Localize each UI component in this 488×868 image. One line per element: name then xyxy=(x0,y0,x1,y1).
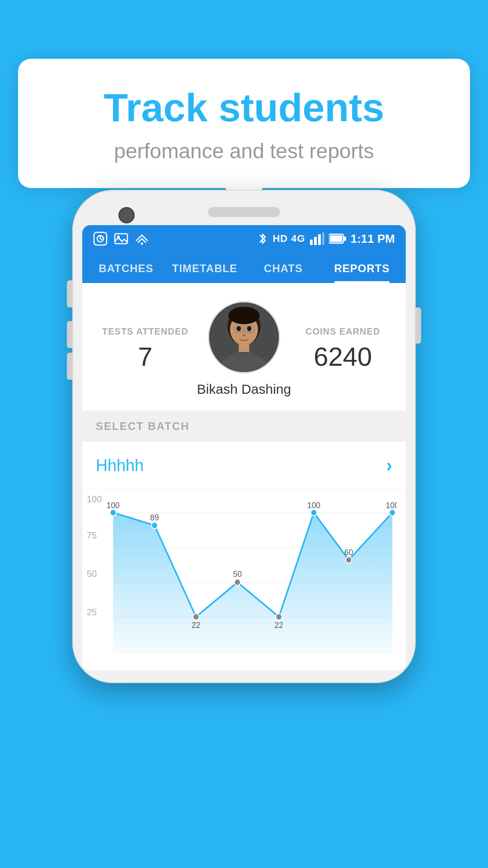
tab-reports[interactable]: REPORTS xyxy=(323,252,401,283)
status-right: HD 4G 1:11 PM xyxy=(257,231,395,246)
avatar xyxy=(208,301,280,373)
tab-batches[interactable]: BATCHES xyxy=(87,252,165,283)
y-label-50: 50 xyxy=(87,569,97,579)
svg-point-17 xyxy=(228,307,259,325)
coins-earned-label: COINS EARNED xyxy=(293,326,392,337)
chart-section: 100 75 50 25 xyxy=(82,490,406,670)
signal-icon xyxy=(310,232,324,245)
nav-tabs: BATCHES TIMETABLE CHATS REPORTS xyxy=(82,252,406,283)
svg-point-19 xyxy=(247,326,252,331)
phone-top-bar xyxy=(82,203,406,225)
speaker xyxy=(208,207,280,217)
svg-point-23 xyxy=(242,334,246,336)
svg-rect-10 xyxy=(322,232,324,245)
svg-rect-24 xyxy=(239,343,249,352)
status-icon-3 xyxy=(135,231,149,246)
tests-attended-label: TESTS ATTENDED xyxy=(96,326,195,337)
battery-icon xyxy=(329,233,346,245)
y-label-100: 100 xyxy=(87,494,102,505)
tests-attended-value: 7 xyxy=(96,341,195,372)
chart-point-4 xyxy=(276,613,282,620)
chevron-right-icon: › xyxy=(386,455,392,476)
chart-svg: 100 89 22 50 22 100 60 100 xyxy=(91,499,397,666)
phone-mockup: HD 4G 1:11 PM xyxy=(72,190,416,683)
svg-rect-7 xyxy=(310,240,313,245)
coins-earned-value: 6240 xyxy=(293,341,392,372)
coins-earned-block: COINS EARNED 6240 xyxy=(293,326,392,372)
chart-label-1: 89 xyxy=(150,513,159,523)
status-bar: HD 4G 1:11 PM xyxy=(82,225,406,252)
status-left-icons xyxy=(93,231,149,246)
status-icon-2 xyxy=(114,231,128,246)
tab-timetable[interactable]: TIMETABLE xyxy=(165,252,244,283)
chart-label-5: 100 xyxy=(307,500,320,510)
svg-rect-13 xyxy=(344,236,346,241)
y-label-75: 75 xyxy=(87,530,97,541)
chart-label-3: 50 xyxy=(233,569,242,579)
student-name: Bikash Dashing xyxy=(197,382,291,397)
chart-label-6: 60 xyxy=(344,548,353,557)
tests-attended-block: TESTS ATTENDED 7 xyxy=(96,326,195,372)
front-camera xyxy=(118,207,135,223)
chart-label-4: 22 xyxy=(275,620,283,630)
svg-rect-9 xyxy=(318,234,321,245)
batch-item[interactable]: Hhhhh › xyxy=(82,442,406,490)
y-label-25: 25 xyxy=(87,607,97,618)
select-batch-header: SELECT BATCH xyxy=(82,411,406,442)
chart-point-7 xyxy=(389,509,396,516)
chart-point-1 xyxy=(151,522,158,528)
svg-point-18 xyxy=(237,326,241,331)
chart-point-6 xyxy=(346,557,352,563)
chart-point-0 xyxy=(110,509,117,516)
profile-section: TESTS ATTENDED 7 xyxy=(82,283,406,411)
bubble-title: Track students xyxy=(54,86,434,130)
svg-rect-8 xyxy=(314,237,317,245)
chart-point-5 xyxy=(311,509,317,516)
time-label: 1:11 PM xyxy=(351,232,395,246)
speech-bubble: Track students perfomance and test repor… xyxy=(18,59,470,188)
chart-label-2: 22 xyxy=(192,620,200,630)
phone-screen: HD 4G 1:11 PM xyxy=(82,225,406,670)
bluetooth-icon xyxy=(257,231,268,246)
phone-outer: HD 4G 1:11 PM xyxy=(72,190,416,683)
svg-rect-12 xyxy=(330,236,342,242)
svg-point-6 xyxy=(141,243,143,245)
status-icon-1 xyxy=(93,231,108,246)
chart-point-2 xyxy=(193,613,199,620)
avatar-image xyxy=(209,302,279,372)
svg-line-3 xyxy=(100,239,102,240)
chart-point-3 xyxy=(235,579,241,585)
avatar-block: Bikash Dashing xyxy=(195,301,294,397)
svg-rect-4 xyxy=(115,234,127,244)
network-label: HD 4G xyxy=(272,233,305,245)
batch-name: Hhhhh xyxy=(96,456,144,475)
tab-chats[interactable]: CHATS xyxy=(244,252,323,283)
chart-label-0: 100 xyxy=(107,500,120,510)
bubble-subtitle: perfomance and test reports xyxy=(54,139,434,163)
chart-label-7: 100 xyxy=(386,500,397,510)
